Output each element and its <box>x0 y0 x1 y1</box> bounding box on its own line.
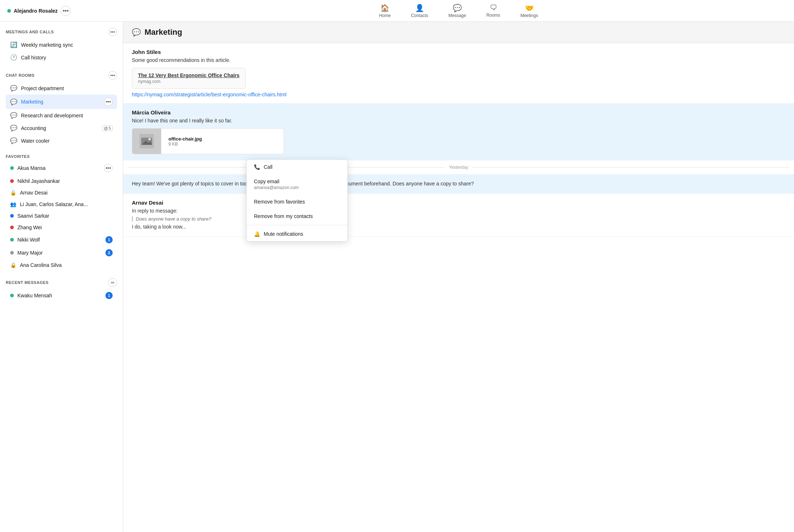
akua-options-button[interactable]: ••• <box>104 164 113 172</box>
meetings-options-button[interactable]: ••• <box>108 28 117 36</box>
reply-label: In reply to message: <box>132 207 785 215</box>
sidebar-item-research[interactable]: 💬 Research and development <box>6 109 117 122</box>
nav-rooms[interactable]: 🗨 Rooms <box>484 2 503 20</box>
status-dot-zhang <box>10 226 14 229</box>
clock-icon: 🕐 <box>10 54 17 61</box>
message-arnav: Arnav Desai In reply to message: Does an… <box>123 194 794 237</box>
favorites-item-ana[interactable]: 🔒 Ana Carolina Silva <box>6 259 117 271</box>
recent-compose-button[interactable]: ✏ <box>108 278 117 287</box>
chat-messages: John Stiles Some good recommendations in… <box>123 43 794 532</box>
sidebar-item-weekly-marketing[interactable]: 🔄 Weekly marketing sync <box>6 38 117 51</box>
chat-icon-marketing: 💬 <box>10 99 17 105</box>
chatrooms-section: CHAT ROOMS ••• 💬 Project department 💬 Ma… <box>0 65 123 148</box>
message-john-stiles: John Stiles Some good recommendations in… <box>123 43 794 104</box>
nav-meetings[interactable]: 🤝 Meetings <box>518 2 541 20</box>
date-divider: Yesterday <box>123 160 794 174</box>
link-url[interactable]: https://nymag.com/strategist/article/bes… <box>132 92 785 97</box>
context-menu-remove-favorites[interactable]: Remove from favorites <box>247 194 347 209</box>
nav-contacts-label: Contacts <box>411 13 428 18</box>
at-badge-accounting: @ 5 <box>102 125 113 131</box>
chatrooms-section-title: CHAT ROOMS <box>6 73 34 78</box>
status-dot-nikhil <box>10 179 14 183</box>
user-name: Alejandro Rosalez <box>14 8 58 14</box>
context-menu-copy-email[interactable]: Copy email amansa@amazon.com <box>247 174 347 194</box>
image-thumb <box>132 129 161 154</box>
message-text-john: Some good recommendations in this articl… <box>132 56 785 64</box>
message-icon: 💬 <box>453 4 462 12</box>
nav-home[interactable]: 🏠 Home <box>376 2 394 20</box>
sender-arnav: Arnav Desai <box>132 200 785 206</box>
group-icon-li-juan: 👥 <box>10 201 16 207</box>
call-history-label: Call history <box>21 55 113 60</box>
sidebar: MEETINGS AND CALLS ••• 🔄 Weekly marketin… <box>0 22 123 532</box>
nav-items: 🏠 Home 👤 Contacts 💬 Message 🗨 Rooms 🤝 Me… <box>130 2 787 20</box>
favorites-section: FAVORITES Akua Mansa ••• Nikhil Jayashan… <box>0 148 123 272</box>
chat-icon-water-cooler: 💬 <box>10 137 17 144</box>
message-team: Hey team! We've got plenty of topics to … <box>123 174 794 194</box>
status-dot-akua <box>10 166 14 170</box>
favorites-item-nikhil[interactable]: Nikhil Jayashankar <box>6 175 117 187</box>
chat-header-icon: 💬 <box>132 28 141 37</box>
nav-contacts[interactable]: 👤 Contacts <box>408 2 431 20</box>
copy-email-label: Copy email <box>254 179 279 184</box>
recent-item-kwaku[interactable]: Kwaku Mensah 1 <box>6 289 117 302</box>
favorites-item-akua[interactable]: Akua Mansa ••• <box>6 161 117 175</box>
status-dot-saanvi <box>10 214 14 218</box>
main-layout: MEETINGS AND CALLS ••• 🔄 Weekly marketin… <box>0 22 794 532</box>
badge-kwaku: 1 <box>105 292 113 299</box>
favorites-item-saanvi[interactable]: Saanvi Sarkar <box>6 210 117 222</box>
recent-section: RECENT MESSAGES ✏ Kwaku Mensah 1 <box>0 272 123 303</box>
favorites-item-mary[interactable]: Mary Major 2 <box>6 246 117 259</box>
context-menu-remove-contacts[interactable]: Remove from my contacts <box>247 209 347 223</box>
sidebar-item-water-cooler[interactable]: 💬 Water cooler <box>6 134 117 147</box>
user-section: Alejandro Rosalez ••• <box>7 6 130 16</box>
message-marcia: Márcia Oliveira Nice! I have this one an… <box>123 104 794 160</box>
favorites-item-li-juan-group[interactable]: 👥 Li Juan, Carlos Salazar, Ana... <box>6 198 117 210</box>
user-options-button[interactable]: ••• <box>60 6 71 16</box>
meetings-section: MEETINGS AND CALLS ••• 🔄 Weekly marketin… <box>0 22 123 65</box>
favorites-section-header: FAVORITES <box>6 154 117 159</box>
nav-message[interactable]: 💬 Message <box>446 2 469 20</box>
message-text-arnav: I do, taking a look now... <box>132 223 785 231</box>
badge-nikki: 1 <box>105 236 113 243</box>
nav-rooms-label: Rooms <box>486 13 500 18</box>
message-text-team: Hey team! We've got plenty of topics to … <box>132 180 785 188</box>
image-name: office-chair.jpg <box>168 136 202 142</box>
chat-icon-accounting: 💬 <box>10 125 17 131</box>
remove-contacts-label: Remove from my contacts <box>254 213 313 219</box>
status-dot-kwaku <box>10 294 14 297</box>
sidebar-item-marketing[interactable]: 💬 Marketing ••• <box>6 95 117 109</box>
chat-header: 💬 Marketing <box>123 22 794 43</box>
context-menu-separator <box>247 225 347 225</box>
marketing-options-button[interactable]: ••• <box>104 97 113 106</box>
image-attachment: office-chair.jpg 9 KB <box>132 128 284 154</box>
chatrooms-options-button[interactable]: ••• <box>108 71 117 80</box>
favorites-item-zhang[interactable]: Zhang Wei <box>6 222 117 233</box>
nav-home-label: Home <box>379 13 391 18</box>
call-icon: 📞 <box>254 164 260 170</box>
home-icon: 🏠 <box>380 4 389 12</box>
nav-meetings-label: Meetings <box>521 13 538 18</box>
chat-title: Marketing <box>145 28 182 37</box>
bell-icon: 🔔 <box>254 231 260 237</box>
image-info: office-chair.jpg 9 KB <box>166 133 205 150</box>
context-menu-mute[interactable]: 🔔 Mute notifications <box>247 227 347 241</box>
meetings-section-header: MEETINGS AND CALLS ••• <box>6 28 117 36</box>
nav-message-label: Message <box>448 13 466 18</box>
sidebar-item-call-history[interactable]: 🕐 Call history <box>6 51 117 64</box>
favorites-item-arnav[interactable]: 🔒 Arnav Desai <box>6 187 117 198</box>
meetings-icon: 🤝 <box>525 4 534 12</box>
sidebar-item-project-dept[interactable]: 💬 Project department <box>6 82 117 95</box>
call-label: Call <box>264 164 272 170</box>
user-status-dot <box>7 9 11 13</box>
context-menu-call[interactable]: 📞 Call <box>247 160 347 174</box>
copy-email-sub: amansa@amazon.com <box>254 185 299 190</box>
sidebar-item-accounting[interactable]: 💬 Accounting @ 5 <box>6 122 117 134</box>
lock-icon-ana: 🔒 <box>10 262 16 268</box>
remove-favorites-label: Remove from favorites <box>254 199 305 205</box>
recent-section-header: RECENT MESSAGES ✏ <box>6 278 117 287</box>
image-size: 9 KB <box>168 142 202 147</box>
svg-point-2 <box>149 138 151 140</box>
favorites-item-nikki[interactable]: Nikki Wolf 1 <box>6 233 117 246</box>
mute-label: Mute notifications <box>264 231 303 237</box>
